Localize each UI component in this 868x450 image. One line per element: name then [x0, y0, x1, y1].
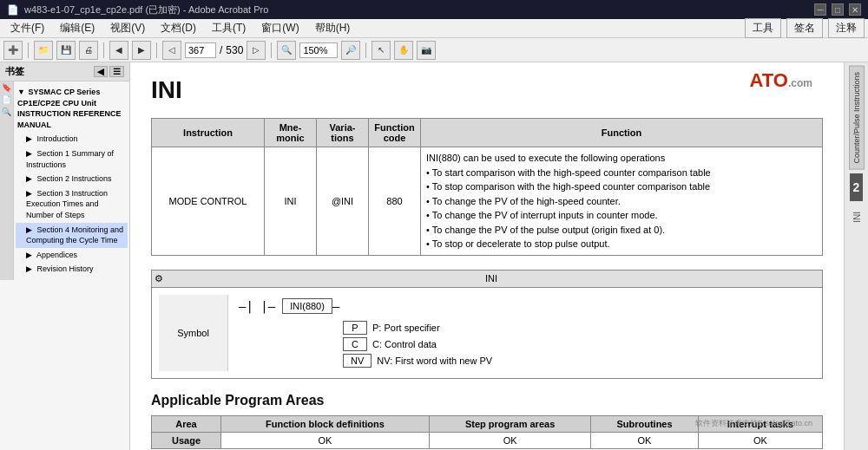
- menu-tools[interactable]: 工具(T): [205, 19, 253, 37]
- expand-icon-s1[interactable]: ▶: [26, 148, 35, 160]
- ini-title: INI: [151, 76, 823, 104]
- page-number-input[interactable]: [185, 42, 216, 58]
- sidebar-item-manual[interactable]: ▼ SYSMAC CP Series CP1E/CP2E CPU Unit IN…: [16, 85, 128, 132]
- sidebar: 书签 ◀ ☰ 🔖 📄 🔍 ▼ SYSMAC CP Series CP1E/CP2…: [0, 62, 130, 450]
- sidebar-icon-pages[interactable]: 📄: [0, 94, 13, 106]
- forward-button[interactable]: ▶: [132, 41, 151, 60]
- col-sub: Subroutines: [591, 415, 699, 432]
- function-line-4: • To change the PV of interrupt inputs i…: [426, 208, 817, 223]
- menu-edit[interactable]: 编辑(E): [53, 19, 102, 37]
- sidebar-title: 书签: [5, 65, 24, 78]
- sidebar-item-s1[interactable]: ▶ Section 1 Summary of Instructions: [16, 147, 128, 172]
- symbol-header-title: INI: [163, 273, 819, 284]
- window-controls: ─ □ ✕: [814, 3, 861, 16]
- expand-icon-rev[interactable]: ▶: [26, 264, 35, 275]
- cell-sub-usage: OK: [591, 432, 699, 448]
- symbol-diagram: —| |— INI(880) — P P: Port speci: [235, 295, 815, 371]
- toolbar-separator-4: [271, 42, 272, 58]
- sidebar-left-icons: 🔖 📄 🔍: [0, 82, 14, 280]
- ato-brand: ATO.com: [750, 69, 812, 92]
- menu-window[interactable]: 窗口(W): [254, 19, 306, 37]
- sidebar-s3-label: Section 3 Instruction Execution Times an…: [26, 189, 108, 219]
- minimize-button[interactable]: ─: [814, 3, 826, 16]
- param-row-nv: NV NV: First word with new PV: [343, 354, 492, 368]
- sidebar-collapse-btn[interactable]: ◀: [94, 66, 108, 77]
- toolbar-separator-1: [28, 42, 29, 58]
- param-c-box: C: [343, 337, 367, 351]
- col-function-code: Functioncode: [369, 119, 421, 147]
- sidebar-item-appendix[interactable]: ▶ Appendices: [16, 248, 128, 263]
- ini-vert-label: INI: [852, 212, 861, 223]
- menu-view[interactable]: 视图(V): [103, 19, 152, 37]
- function-line-1: • To start comparison with the high-spee…: [426, 166, 817, 180]
- right-tab-counter[interactable]: Counter/Pulse Instructions: [849, 66, 865, 170]
- back-button[interactable]: ◀: [109, 41, 128, 60]
- hand-tool[interactable]: ✋: [394, 41, 413, 60]
- sidebar-item-s4[interactable]: ▶ Section 4 Monitoring and Computing the…: [16, 223, 128, 248]
- expand-icon-app[interactable]: ▶: [26, 250, 35, 261]
- cell-interrupt-usage: OK: [698, 432, 822, 448]
- col-area: Area: [152, 415, 221, 432]
- save-button[interactable]: 💾: [56, 41, 76, 60]
- page-total: 530: [226, 44, 243, 56]
- expand-icon[interactable]: ▼: [17, 87, 26, 98]
- cell-instruction: MODE CONTROL: [152, 147, 265, 256]
- sidebar-item-intro[interactable]: ▶ Introduction: [16, 132, 128, 147]
- prev-page-button[interactable]: ◁: [162, 41, 181, 60]
- cell-function: INI(880) can be used to execute the foll…: [421, 147, 823, 256]
- ini-param-rows: P P: Port specifier C C: Control data NV: [343, 321, 492, 368]
- function-line-5: • To change the PV of the pulse output (…: [426, 223, 817, 238]
- sidebar-item-label: SYSMAC CP Series CP1E/CP2E CPU Unit INST…: [17, 88, 122, 129]
- line-right: —: [332, 299, 339, 313]
- expand-icon-s2[interactable]: ▶: [26, 173, 35, 185]
- sidebar-revision-label: Revision History: [37, 264, 94, 273]
- content-area[interactable]: ATO.com INI Instruction Mne-monic Varia-…: [130, 62, 844, 450]
- menu-file[interactable]: 文件(F): [3, 19, 51, 37]
- param-c-desc: C: Control data: [372, 339, 437, 349]
- sidebar-options-btn[interactable]: ☰: [109, 66, 124, 77]
- param-row-p: P P: Port specifier: [343, 321, 492, 335]
- menu-bar: 文件(F) 编辑(E) 视图(V) 文档(D) 工具(T) 窗口(W) 帮助(H…: [0, 19, 868, 38]
- maximize-button[interactable]: □: [832, 3, 844, 16]
- cell-function-code: 880: [369, 147, 421, 256]
- menu-help[interactable]: 帮助(H): [308, 19, 358, 37]
- open-button[interactable]: 📁: [34, 41, 53, 60]
- create-button[interactable]: ➕: [3, 41, 23, 60]
- sidebar-s4-label: Section 4 Monitoring and Computing the C…: [26, 225, 123, 245]
- cell-variations: @INI: [317, 147, 369, 256]
- menu-document[interactable]: 文档(D): [154, 19, 203, 37]
- sidebar-icon-search[interactable]: 🔍: [0, 106, 13, 118]
- expand-icon-s4[interactable]: ▶: [26, 225, 35, 236]
- expand-icon-intro[interactable]: ▶: [26, 134, 35, 145]
- contact-row: —| |— INI(880) —: [239, 298, 339, 314]
- toolbar-separator-2: [103, 42, 104, 58]
- expand-icon-s3[interactable]: ▶: [26, 188, 35, 199]
- param-nv-desc: NV: First word with new PV: [377, 355, 492, 366]
- symbol-header: ⚙ INI: [152, 271, 822, 288]
- function-line-6: • To stop or decelerate to stop pulse ou…: [426, 237, 817, 251]
- sidebar-tree: ▼ SYSMAC CP Series CP1E/CP2E CPU Unit IN…: [14, 82, 129, 280]
- line-left: —| |—: [239, 299, 275, 313]
- sidebar-content: 🔖 📄 🔍 ▼ SYSMAC CP Series CP1E/CP2E CPU U…: [0, 82, 129, 280]
- sidebar-item-s2[interactable]: ▶ Section 2 Instructions: [16, 172, 128, 186]
- tab-comment[interactable]: 注释: [828, 18, 865, 38]
- zoom-out-button[interactable]: 🔎: [341, 41, 360, 60]
- select-tool[interactable]: ↖: [372, 41, 391, 60]
- zoom-input[interactable]: [299, 42, 338, 58]
- section-number: 2: [850, 173, 864, 201]
- sidebar-icon-bookmarks[interactable]: 🔖: [0, 82, 13, 94]
- sidebar-intro-label: Introduction: [37, 134, 78, 143]
- tab-tools[interactable]: 工具: [745, 18, 781, 38]
- sidebar-item-s3[interactable]: ▶ Section 3 Instruction Execution Times …: [16, 186, 128, 223]
- col-variations: Varia-tions: [317, 119, 369, 147]
- toolbar: ➕ 📁 💾 🖨 ◀ ▶ ◁ / 530 ▷ 🔍 🔎 ↖ ✋ 📷: [0, 38, 868, 62]
- cell-fb-usage: OK: [221, 432, 430, 448]
- print-button[interactable]: 🖨: [79, 41, 98, 60]
- tab-sign[interactable]: 签名: [786, 18, 823, 38]
- zoom-in-button[interactable]: 🔍: [277, 41, 296, 60]
- next-page-button[interactable]: ▷: [247, 41, 266, 60]
- snapshot-tool[interactable]: 📷: [417, 41, 436, 60]
- applicable-heading: Applicable Program Areas: [151, 393, 823, 408]
- close-button[interactable]: ✕: [849, 3, 861, 16]
- sidebar-item-revision[interactable]: ▶ Revision History: [16, 262, 128, 277]
